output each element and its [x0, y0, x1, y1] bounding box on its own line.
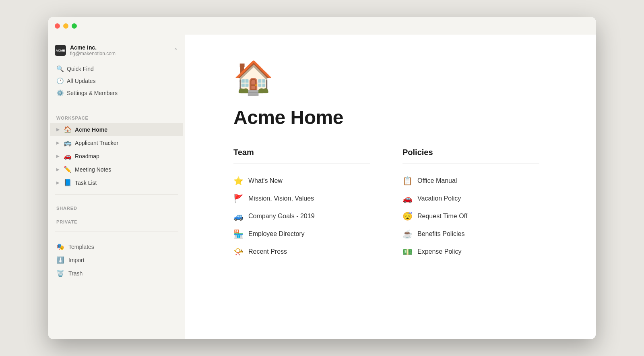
vacation-text: Vacation Policy — [417, 195, 461, 202]
import-icon: ⬇️ — [56, 256, 64, 264]
list-item[interactable]: 🏪 Employee Directory — [233, 225, 370, 243]
sidebar: ACME Acme Inc. fig@makenotion.com ⌃ 🔍 Qu… — [48, 17, 185, 339]
workspace-info: ACME Acme Inc. fig@makenotion.com — [55, 44, 116, 56]
benefits-text: Benefits Policies — [417, 230, 464, 238]
workspace-section-label: WORKSPACE — [48, 109, 185, 123]
expense-icon: 💵 — [402, 247, 413, 257]
applicant-tracker-label: Applicant Tracker — [75, 140, 118, 146]
list-item[interactable]: 📋 Office Manual — [402, 172, 539, 190]
benefits-icon: ☕ — [402, 229, 413, 239]
workspace-text: Acme Inc. fig@makenotion.com — [70, 44, 116, 56]
chevron-right-icon: ▶ — [56, 154, 60, 158]
mission-text: Mission, Vision, Values — [248, 195, 314, 202]
workspace-header: ACME Acme Inc. fig@makenotion.com ⌃ — [48, 39, 185, 63]
office-manual-icon: 📋 — [402, 176, 413, 186]
chevron-right-icon: ▶ — [56, 180, 60, 185]
meeting-notes-label: Meeting Notes — [75, 166, 111, 173]
list-item[interactable]: 🚗 Vacation Policy — [402, 190, 539, 207]
sidebar-item-trash[interactable]: 🗑️ Trash — [48, 267, 185, 280]
sidebar-divider-1 — [55, 104, 178, 104]
sidebar-item-roadmap[interactable]: ▶ 🚗 Roadmap — [50, 149, 183, 163]
title-bar — [48, 17, 596, 35]
workspace-logo: ACME — [55, 45, 66, 56]
shared-section-label: SHARED — [48, 199, 185, 213]
expense-text: Expense Policy — [417, 248, 461, 255]
applicant-tracker-emoji: 🚌 — [64, 139, 72, 147]
team-section: Team ⭐ What's New 🚩 Mission, Vision, Val… — [233, 148, 370, 261]
policies-section: Policies 📋 Office Manual 🚗 Vacation Poli… — [402, 148, 539, 261]
policies-divider — [402, 164, 539, 164]
list-item[interactable]: 🚙 Company Goals - 2019 — [233, 207, 370, 225]
workspace-email: fig@makenotion.com — [70, 51, 116, 56]
task-list-label: Task List — [75, 180, 97, 186]
templates-icon: 🎭 — [56, 243, 64, 250]
sidebar-item-templates[interactable]: 🎭 Templates — [48, 240, 185, 253]
chevron-right-icon: ▶ — [56, 141, 60, 145]
sections-row: Team ⭐ What's New 🚩 Mission, Vision, Val… — [233, 148, 539, 261]
sidebar-divider-3 — [55, 232, 178, 232]
press-icon: 📯 — [233, 247, 244, 257]
templates-label: Templates — [68, 244, 94, 250]
chevron-right-icon: ▶ — [56, 167, 60, 172]
sidebar-item-import[interactable]: ⬇️ Import — [48, 253, 185, 267]
sidebar-item-all-updates[interactable]: 🕐 All Updates — [50, 75, 183, 87]
team-divider — [233, 164, 370, 164]
meeting-notes-emoji: ✏️ — [64, 166, 72, 173]
time-off-icon: 😴 — [402, 211, 413, 221]
private-section-label: PRIVATE — [48, 213, 185, 227]
workspace-name: Acme Inc. — [70, 44, 116, 51]
workspace-chevron-button[interactable]: ⌃ — [173, 47, 178, 54]
list-item[interactable]: 🚩 Mission, Vision, Values — [233, 190, 370, 207]
acme-home-emoji: 🏠 — [64, 126, 72, 133]
policies-section-title: Policies — [402, 148, 539, 157]
trash-label: Trash — [68, 270, 83, 277]
all-updates-label: All Updates — [67, 78, 96, 84]
list-item[interactable]: ☕ Benefits Policies — [402, 225, 539, 243]
sidebar-item-acme-home[interactable]: ▶ 🏠 Acme Home — [50, 123, 183, 136]
list-item[interactable]: ⭐ What's New — [233, 172, 370, 190]
quick-find-label: Quick Find — [67, 66, 94, 72]
office-manual-text: Office Manual — [417, 177, 457, 184]
search-icon: 🔍 — [56, 65, 64, 72]
app-window: ACME Acme Inc. fig@makenotion.com ⌃ 🔍 Qu… — [48, 17, 596, 339]
goals-icon: 🚙 — [233, 211, 244, 221]
sidebar-item-settings[interactable]: ⚙️ Settings & Members — [50, 87, 183, 99]
goals-text: Company Goals - 2019 — [248, 213, 315, 220]
settings-label: Settings & Members — [67, 90, 118, 96]
sidebar-item-applicant-tracker[interactable]: ▶ 🚌 Applicant Tracker — [50, 136, 183, 149]
roadmap-label: Roadmap — [75, 153, 99, 159]
roadmap-emoji: 🚗 — [64, 152, 72, 160]
team-section-title: Team — [233, 148, 370, 157]
sidebar-item-quick-find[interactable]: 🔍 Quick Find — [50, 63, 183, 75]
directory-text: Employee Directory — [248, 230, 305, 238]
task-list-emoji: 📘 — [64, 179, 72, 186]
sidebar-bottom: 🎭 Templates ⬇️ Import 🗑️ Trash — [48, 237, 185, 286]
page-icon: 🏠 — [233, 59, 539, 97]
directory-icon: 🏪 — [233, 229, 244, 239]
maximize-button[interactable] — [72, 23, 77, 29]
list-item[interactable]: 💵 Expense Policy — [402, 243, 539, 261]
whats-new-icon: ⭐ — [233, 176, 244, 186]
sidebar-item-meeting-notes[interactable]: ▶ ✏️ Meeting Notes — [50, 163, 183, 176]
vacation-icon: 🚗 — [402, 194, 413, 203]
gear-icon: ⚙️ — [56, 89, 64, 97]
mission-icon: 🚩 — [233, 194, 244, 203]
clock-icon: 🕐 — [56, 77, 64, 85]
import-label: Import — [68, 257, 85, 263]
trash-icon: 🗑️ — [56, 269, 64, 277]
press-text: Recent Press — [248, 248, 287, 255]
chevron-right-icon: ▶ — [56, 127, 60, 132]
sidebar-divider-2 — [55, 194, 178, 195]
time-off-text: Request Time Off — [417, 213, 467, 220]
sidebar-item-task-list[interactable]: ▶ 📘 Task List — [50, 176, 183, 189]
page-title: Acme Home — [233, 106, 539, 128]
acme-home-label: Acme Home — [75, 126, 107, 133]
close-button[interactable] — [55, 23, 60, 29]
whats-new-text: What's New — [248, 177, 283, 184]
main-content: 🏠 Acme Home Team ⭐ What's New 🚩 Mission,… — [185, 17, 596, 339]
minimize-button[interactable] — [63, 23, 68, 29]
content-area: 🏠 Acme Home Team ⭐ What's New 🚩 Mission,… — [185, 35, 588, 285]
list-item[interactable]: 😴 Request Time Off — [402, 207, 539, 225]
list-item[interactable]: 📯 Recent Press — [233, 243, 370, 261]
